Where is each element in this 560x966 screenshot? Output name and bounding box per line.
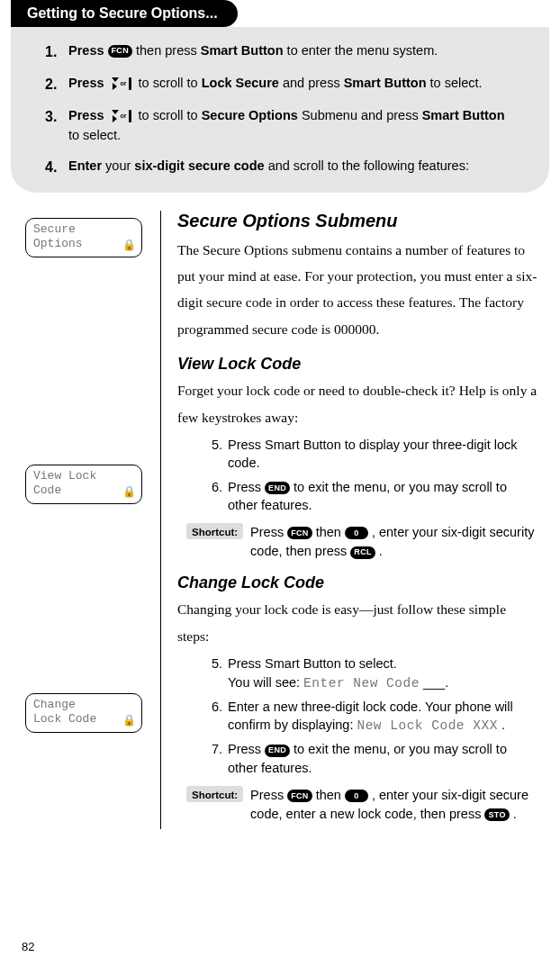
step-number: 3. xyxy=(45,106,63,128)
step-2: 2. Press or to scroll to Lock Secure and… xyxy=(45,74,515,95)
list-item: Press Smart Button to select. You will s… xyxy=(226,655,538,692)
zero-key: 0 xyxy=(345,790,368,802)
step-text: You will see: xyxy=(228,675,303,690)
steps-panel: 1. Press FCN then press Smart Button to … xyxy=(11,27,549,193)
fcn-key: FCN xyxy=(287,527,312,539)
lcd-column: Secure Options 🔒 View Lock Code 🔒 Change… xyxy=(25,211,160,830)
step-text: your xyxy=(105,158,134,173)
step-text: six-digit secure code xyxy=(134,158,264,173)
list-item: Press END to exit the menu, or you may s… xyxy=(226,740,538,777)
list-item: Enter a new three-digit lock code. Your … xyxy=(226,698,538,736)
step-text: ___. xyxy=(423,675,448,690)
step-text: Press xyxy=(250,525,287,539)
step-text: to select. xyxy=(430,76,483,90)
step-body: Press FCN then press Smart Button to ent… xyxy=(68,41,515,61)
fcn-key: FCN xyxy=(108,45,132,58)
lock-icon: 🔒 xyxy=(122,486,136,500)
secure-options-heading: Secure Options Submenu xyxy=(177,211,538,231)
step-body: Press or to scroll to Lock Secure and pr… xyxy=(68,74,515,94)
lcd-line: View Lock xyxy=(33,469,134,483)
lcd-line: Change xyxy=(33,698,134,712)
sto-key: STO xyxy=(484,808,509,821)
fcn-key: FCN xyxy=(287,790,312,802)
step-text: Enter xyxy=(68,158,102,173)
change-lock-shortcut: Shortcut: Press FCN then 0 , enter your … xyxy=(186,786,538,824)
end-key: END xyxy=(265,745,290,757)
step-text: Press xyxy=(250,788,287,802)
step-number: 2. xyxy=(45,74,63,95)
list-item: Press Smart Button to display your three… xyxy=(226,436,538,473)
lcd-line: Code xyxy=(33,483,134,498)
lcd-line: Lock Code xyxy=(33,712,134,727)
scroll-icon: or xyxy=(112,77,131,90)
step-text: . xyxy=(379,544,383,558)
step-text: Smart Button xyxy=(344,76,427,90)
step-text: then xyxy=(316,788,345,802)
lcd-inline: New Lock Code XXX xyxy=(357,718,497,733)
step-text: Press xyxy=(68,108,108,122)
step-text: . xyxy=(501,718,505,732)
shortcut-label: Shortcut: xyxy=(186,786,243,802)
step-text: Secure Options xyxy=(202,108,298,122)
section-tab: Getting to Secure Options... xyxy=(11,0,238,27)
lcd-view-lock: View Lock Code 🔒 xyxy=(25,465,142,504)
step-3: 3. Press or to scroll to Secure Options … xyxy=(45,106,515,146)
step-text: Press xyxy=(68,76,108,90)
lcd-line: Options xyxy=(33,237,134,251)
step-text: Smart Button xyxy=(422,108,505,122)
step-text: to select. xyxy=(68,128,121,142)
step-text: Press xyxy=(228,480,265,494)
step-text: and press xyxy=(283,76,344,90)
step-text: Lock Secure xyxy=(202,76,279,90)
rcl-key: RCL xyxy=(350,546,375,559)
shortcut-body: Press FCN then 0 , enter your six-digit … xyxy=(250,523,538,561)
scroll-icon: or xyxy=(112,110,131,122)
lcd-inline: Enter New Code xyxy=(303,676,420,691)
step-text: Press xyxy=(228,742,265,756)
content-area: Secure Options 🔒 View Lock Code 🔒 Change… xyxy=(25,211,549,830)
step-body: Press or to scroll to Secure Options Sub… xyxy=(68,106,515,146)
list-item: Press END to exit the menu, or you may s… xyxy=(226,478,538,515)
page-number: 82 xyxy=(22,940,34,953)
step-text: to scroll to xyxy=(139,108,202,122)
view-lock-heading: View Lock Code xyxy=(177,355,538,374)
lock-icon: 🔒 xyxy=(122,239,136,253)
step-4: 4. Enter your six-digit secure code and … xyxy=(45,157,515,178)
lcd-secure-options: Secure Options 🔒 xyxy=(25,218,142,257)
secure-options-paragraph: The Secure Options submenu contains a nu… xyxy=(177,237,538,343)
step-text: Submenu and press xyxy=(302,108,422,122)
change-lock-paragraph: Changing your lock code is easy—just fol… xyxy=(177,596,538,649)
zero-key: 0 xyxy=(345,527,368,539)
view-lock-steps: Press Smart Button to display your three… xyxy=(226,436,538,514)
step-text: then press xyxy=(136,43,201,58)
step-text: then xyxy=(316,525,345,539)
step-body: Enter your six-digit secure code and scr… xyxy=(68,157,515,176)
change-lock-heading: Change Lock Code xyxy=(177,573,538,592)
step-text: to scroll to xyxy=(139,76,202,90)
step-text: to enter the menu system. xyxy=(287,43,438,58)
step-text: Press Smart Button to select. xyxy=(228,656,397,671)
step-number: 1. xyxy=(45,41,63,63)
step-text: Press xyxy=(68,43,108,58)
step-text: Smart Button xyxy=(201,43,284,58)
lcd-line: Secure xyxy=(33,222,134,237)
step-text: . xyxy=(513,807,517,821)
lcd-change-lock: Change Lock Code 🔒 xyxy=(25,693,142,733)
step-number: 4. xyxy=(45,157,63,178)
lock-icon: 🔒 xyxy=(122,715,136,728)
step-text: and scroll to the following features: xyxy=(268,158,469,173)
view-lock-shortcut: Shortcut: Press FCN then 0 , enter your … xyxy=(186,523,538,561)
step-1: 1. Press FCN then press Smart Button to … xyxy=(45,41,515,63)
main-column: Secure Options Submenu The Secure Option… xyxy=(160,211,549,830)
shortcut-label: Shortcut: xyxy=(186,523,243,539)
change-lock-steps: Press Smart Button to select. You will s… xyxy=(226,655,538,777)
end-key: END xyxy=(265,482,290,494)
shortcut-body: Press FCN then 0 , enter your six-digit … xyxy=(250,786,538,824)
view-lock-paragraph: Forget your lock code or need to double-… xyxy=(177,377,538,430)
